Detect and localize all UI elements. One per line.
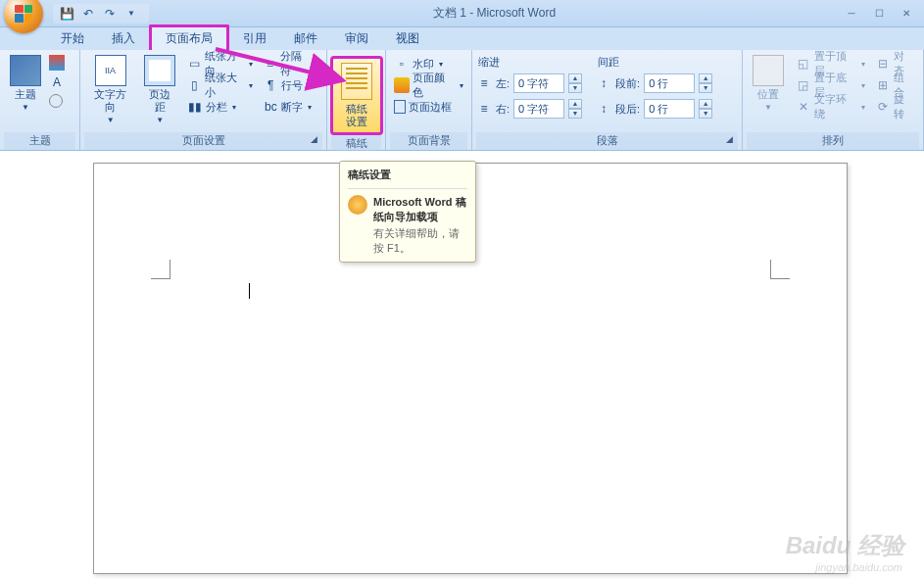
chevron-down-icon: ▼ <box>107 116 115 124</box>
tab-view[interactable]: 视图 <box>382 27 433 50</box>
tooltip-help: 有关详细帮助，请按 F1。 <box>373 226 467 256</box>
undo-icon[interactable]: ↶ <box>80 6 96 22</box>
group-label-paragraph: 段落◢ <box>476 132 738 150</box>
spacing-after-icon: ↕ <box>596 101 611 117</box>
group-paragraph: 缩进 ≡ 左: 0 字符 ▲▼ ≡ 右: 0 字符 ▲▼ 间距 ↕ <box>472 50 743 150</box>
group-label-page-bg: 页面背景 <box>390 132 467 150</box>
indent-heading: 缩进 <box>476 55 582 70</box>
office-logo-icon <box>15 5 32 23</box>
spacing-before-row: ↕ 段前: 0 行 ▲▼ <box>596 72 712 95</box>
theme-effects-icon[interactable] <box>49 94 63 108</box>
group-label-page-setup: 页面设置◢ <box>84 132 322 150</box>
group-manuscript: 稿纸 设置 稿纸 <box>327 50 386 150</box>
ribbon: 主题 ▼ A 主题 IIA 文字方向 ▼ 页边距 ▼ ▭纸 <box>0 50 924 151</box>
page-size-icon: ▯ <box>187 77 202 93</box>
spacing-after-spinner[interactable]: ▲▼ <box>699 99 712 119</box>
dialog-launcher-icon[interactable]: ◢ <box>308 134 320 147</box>
qat-customize-icon[interactable]: ▼ <box>123 6 139 22</box>
page-color-icon <box>394 77 410 93</box>
themes-icon <box>10 55 41 86</box>
page-borders-icon <box>394 100 406 114</box>
indent-left-icon: ≡ <box>476 75 492 91</box>
spacing-before-input[interactable]: 0 行 <box>644 73 695 93</box>
group-page-background: ▫水印▾ 页面颜色▾ 页面边框 页面背景 <box>386 50 472 150</box>
minimize-button[interactable]: ─ <box>840 6 863 22</box>
tab-review[interactable]: 审阅 <box>331 27 382 50</box>
line-numbers-icon: ¶ <box>263 77 278 93</box>
chevron-down-icon: ▼ <box>22 103 29 112</box>
tooltip-title: 稿纸设置 <box>348 168 467 182</box>
breaks-icon: ≡ <box>263 56 277 72</box>
dialog-launcher-icon[interactable]: ◢ <box>723 134 736 147</box>
indent-right-row: ≡ 右: 0 字符 ▲▼ <box>476 97 582 121</box>
group-icon: ⊞ <box>875 77 891 93</box>
position-button[interactable]: 位置 ▼ <box>747 53 790 114</box>
maximize-button[interactable]: ☐ <box>867 6 891 22</box>
title-bar: 💾 ↶ ↷ ▼ 文档 1 - Microsoft Word ─ ☐ ✕ <box>0 0 924 27</box>
margins-icon <box>144 55 175 86</box>
breaks-button[interactable]: ≡分隔符▾ <box>259 53 322 74</box>
columns-button[interactable]: ▮▮分栏▾ <box>183 96 257 118</box>
indent-right-spinner[interactable]: ▲▼ <box>568 99 582 119</box>
text-direction-button[interactable]: IIA 文字方向 ▼ <box>84 53 136 126</box>
watermark-main: Baidu 经验 <box>786 530 904 561</box>
group-themes: 主题 ▼ A 主题 <box>0 50 80 150</box>
chevron-down-icon: ▼ <box>156 116 164 124</box>
tab-page-layout[interactable]: 页面布局 <box>149 24 229 50</box>
close-button[interactable]: ✕ <box>895 6 918 22</box>
rotate-icon: ⟳ <box>875 99 891 115</box>
group-label-manuscript: 稿纸 <box>331 135 381 152</box>
page-color-button[interactable]: 页面颜色▾ <box>390 74 467 96</box>
redo-icon[interactable]: ↷ <box>102 6 118 22</box>
tab-mailings[interactable]: 邮件 <box>280 27 331 50</box>
send-back-icon: ◲ <box>796 77 811 93</box>
margin-corner-tl <box>151 260 170 279</box>
spacing-before-icon: ↕ <box>596 75 611 91</box>
group-label-themes: 主题 <box>4 132 75 150</box>
ribbon-tabs: 开始 插入 页面布局 引用 邮件 审阅 视图 <box>0 27 924 50</box>
theme-colors-icon[interactable] <box>49 55 65 71</box>
spacing-heading: 间距 <box>596 55 712 70</box>
save-icon[interactable]: 💾 <box>59 6 74 22</box>
columns-icon: ▮▮ <box>187 99 203 115</box>
themes-button[interactable]: 主题 ▼ <box>4 53 47 114</box>
text-cursor <box>249 283 250 299</box>
tab-home[interactable]: 开始 <box>47 27 98 50</box>
group-label-arrange: 排列 <box>747 132 919 150</box>
addin-icon <box>348 195 367 215</box>
hyphenation-button[interactable]: bc断字▾ <box>259 96 322 118</box>
margin-corner-tr <box>770 260 790 279</box>
window-controls: ─ ☐ ✕ <box>840 6 918 22</box>
spacing-after-row: ↕ 段后: 0 行 ▲▼ <box>596 97 712 121</box>
watermark-sub: jingyan.baidu.com <box>815 561 902 573</box>
manuscript-icon <box>341 63 372 100</box>
manuscript-settings-button[interactable]: 稿纸 设置 <box>330 56 383 135</box>
line-numbers-button[interactable]: ¶行号▾ <box>259 74 322 96</box>
bring-front-icon: ◱ <box>796 56 811 72</box>
indent-left-input[interactable]: 0 字符 <box>513 73 564 93</box>
theme-fonts-icon[interactable]: A <box>49 74 65 90</box>
tab-references[interactable]: 引用 <box>229 27 280 50</box>
text-wrap-icon: ✕ <box>796 99 811 115</box>
spacing-after-input[interactable]: 0 行 <box>644 99 695 119</box>
text-direction-icon: IIA <box>95 55 126 86</box>
window-title: 文档 1 - Microsoft Word <box>149 5 840 22</box>
group-page-setup: IIA 文字方向 ▼ 页边距 ▼ ▭纸张方向▾ ▯纸张大小▾ ▮▮分栏▾ ≡分隔… <box>80 50 327 150</box>
indent-right-icon: ≡ <box>476 101 492 117</box>
tab-insert[interactable]: 插入 <box>98 27 149 50</box>
spacing-before-spinner[interactable]: ▲▼ <box>699 73 712 93</box>
quick-access-toolbar: 💾 ↶ ↷ ▼ <box>53 4 149 24</box>
orientation-icon: ▭ <box>187 56 202 72</box>
margins-button[interactable]: 页边距 ▼ <box>138 53 181 126</box>
text-wrap-button[interactable]: ✕文字环绕▾ <box>792 96 869 118</box>
indent-left-spinner[interactable]: ▲▼ <box>568 73 582 93</box>
page-borders-button[interactable]: 页面边框 <box>390 96 467 118</box>
rotate-button[interactable]: ⟳旋转 <box>871 96 919 118</box>
chevron-down-icon: ▼ <box>764 103 772 112</box>
tooltip: 稿纸设置 Microsoft Word 稿纸向导加载项 有关详细帮助，请按 F1… <box>339 161 476 263</box>
group-arrange: 位置 ▼ ◱置于顶层▾ ◲置于底层▾ ✕文字环绕▾ ⊟对齐 ⊞组合 ⟳旋转 排列 <box>743 50 924 150</box>
watermark-icon: ▫ <box>394 56 410 72</box>
indent-right-input[interactable]: 0 字符 <box>513 99 564 119</box>
tooltip-heading: Microsoft Word 稿纸向导加载项 <box>373 196 466 222</box>
size-button[interactable]: ▯纸张大小▾ <box>183 74 257 96</box>
